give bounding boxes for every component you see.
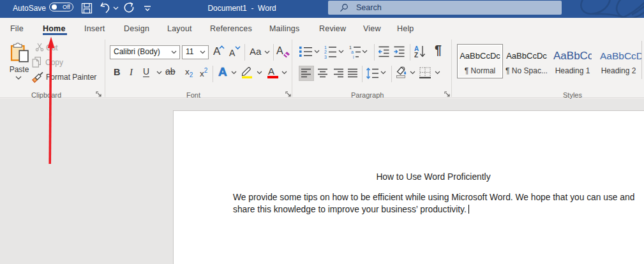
svg-text:Z: Z xyxy=(414,52,418,58)
svg-text:1: 1 xyxy=(324,45,327,50)
svg-text:3: 3 xyxy=(324,55,327,59)
svg-text:1: 1 xyxy=(349,45,352,50)
svg-text:A: A xyxy=(414,45,419,52)
svg-text:2: 2 xyxy=(324,50,327,54)
svg-text:i: i xyxy=(353,55,354,59)
svg-text:a: a xyxy=(351,50,354,54)
